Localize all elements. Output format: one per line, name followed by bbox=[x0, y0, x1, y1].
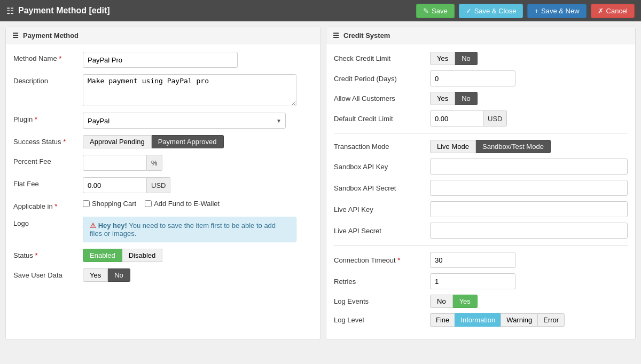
sandbox-api-secret-input[interactable] bbox=[430, 180, 628, 196]
shopping-cart-checkbox[interactable] bbox=[83, 200, 90, 207]
connection-timeout-input[interactable] bbox=[430, 252, 515, 268]
sandbox-api-key-label: Sandbox API Key bbox=[334, 163, 430, 171]
save-user-data-no-btn[interactable]: No bbox=[108, 268, 130, 282]
default-credit-limit-label: Default Credit Limit bbox=[334, 115, 430, 123]
method-name-group: Method Name * bbox=[13, 52, 312, 68]
check-credit-limit-field: Yes No bbox=[430, 52, 628, 65]
log-events-no-btn[interactable]: No bbox=[430, 295, 453, 308]
left-panel-body: Method Name * Description Make payment u… bbox=[6, 44, 320, 296]
logo-label: Logo bbox=[13, 217, 83, 227]
percent-fee-input-group: % bbox=[83, 155, 162, 171]
method-name-input[interactable] bbox=[83, 52, 238, 68]
status-disabled-btn[interactable]: Disabled bbox=[122, 249, 163, 262]
usd-addon: USD bbox=[147, 177, 170, 193]
description-input[interactable]: Make payment using PayPal pro bbox=[83, 74, 296, 106]
approval-pending-btn[interactable]: Approval Pending bbox=[83, 135, 152, 148]
cancel-button[interactable]: ✗ Cancel bbox=[591, 4, 635, 18]
left-panel: ☰ Payment Method Method Name * Descripti… bbox=[5, 27, 320, 340]
live-api-secret-label: Live API Secret bbox=[334, 227, 430, 235]
description-group: Description Make payment using PayPal pr… bbox=[13, 74, 312, 106]
transaction-mode-group: Transaction Mode Live Mode Sandbox/Test … bbox=[334, 140, 628, 153]
retries-label: Retries bbox=[334, 278, 430, 286]
log-level-field: Fine Information Warning Error bbox=[430, 313, 628, 327]
sandbox-api-secret-field bbox=[430, 180, 628, 196]
live-mode-btn[interactable]: Live Mode bbox=[430, 140, 476, 153]
check-credit-limit-toggle: Yes No bbox=[430, 52, 478, 65]
percent-fee-input[interactable] bbox=[83, 155, 147, 171]
required-indicator: * bbox=[397, 256, 400, 264]
log-level-error-btn[interactable]: Error bbox=[537, 313, 565, 327]
flat-fee-input[interactable] bbox=[83, 177, 147, 193]
success-status-label: Success Status * bbox=[13, 135, 83, 146]
sandbox-api-key-input[interactable] bbox=[430, 159, 628, 175]
sandbox-mode-btn[interactable]: Sandbox/Test Mode bbox=[476, 140, 551, 153]
transaction-mode-toggle: Live Mode Sandbox/Test Mode bbox=[430, 140, 551, 153]
retries-field bbox=[430, 273, 628, 289]
retries-input[interactable] bbox=[430, 273, 515, 289]
sandbox-api-key-field bbox=[430, 159, 628, 175]
log-level-label: Log Level bbox=[334, 316, 430, 324]
log-level-information-btn[interactable]: Information bbox=[455, 313, 501, 327]
default-credit-input[interactable] bbox=[430, 110, 483, 126]
live-api-secret-group: Live API Secret bbox=[334, 223, 628, 239]
allow-customers-yes-btn[interactable]: Yes bbox=[430, 92, 455, 105]
save-icon: ✎ bbox=[423, 7, 429, 15]
add-fund-checkbox[interactable] bbox=[145, 200, 152, 207]
allow-all-customers-label: Allow All Customers bbox=[334, 94, 430, 102]
log-events-toggle: No Yes bbox=[430, 295, 478, 308]
default-credit-limit-field: USD bbox=[430, 110, 628, 126]
credit-period-label: Credit Period (Days) bbox=[334, 75, 430, 83]
status-label: Status * bbox=[13, 249, 83, 259]
required-indicator: * bbox=[35, 251, 37, 259]
save-button[interactable]: ✎ Save bbox=[416, 4, 455, 18]
allow-customers-no-btn[interactable]: No bbox=[455, 92, 478, 105]
credit-period-group: Credit Period (Days) bbox=[334, 70, 628, 86]
left-panel-header: ☰ Payment Method bbox=[6, 27, 320, 44]
warning-icon: ⚠ bbox=[90, 221, 98, 230]
flat-fee-input-group: USD bbox=[83, 177, 170, 193]
plus-icon: + bbox=[534, 7, 538, 15]
sandbox-api-key-group: Sandbox API Key bbox=[334, 159, 628, 175]
live-api-secret-field bbox=[430, 223, 628, 239]
logo-alert: ⚠ Hey hey! You need to save the item fir… bbox=[83, 217, 296, 242]
save-user-data-toggle: Yes No bbox=[83, 268, 130, 282]
required-indicator: * bbox=[59, 54, 61, 62]
top-bar: ☷ Payment Method [edit] ✎ Save ✓ Save & … bbox=[0, 0, 641, 21]
log-level-toggle: Fine Information Warning Error bbox=[430, 313, 565, 327]
status-group: Status * Enabled Disabled bbox=[13, 249, 312, 262]
save-new-button[interactable]: + Save & New bbox=[527, 4, 586, 18]
status-enabled-btn[interactable]: Enabled bbox=[83, 249, 122, 262]
flat-fee-group: Flat Fee USD bbox=[13, 177, 312, 193]
allow-all-customers-toggle: Yes No bbox=[430, 92, 478, 105]
success-status-toggle: Approval Pending Payment Approved bbox=[83, 135, 224, 148]
save-user-data-group: Save User Data Yes No bbox=[13, 268, 312, 282]
percent-fee-label: Percent Fee bbox=[13, 155, 83, 165]
live-api-secret-input[interactable] bbox=[430, 223, 628, 239]
check-credit-no-btn[interactable]: No bbox=[455, 52, 478, 65]
check-credit-yes-btn[interactable]: Yes bbox=[430, 52, 455, 65]
section-divider-1 bbox=[334, 133, 628, 133]
save-user-data-label: Save User Data bbox=[13, 268, 83, 279]
check-credit-limit-group: Check Credit Limit Yes No bbox=[334, 52, 628, 65]
save-close-button[interactable]: ✓ Save & Close bbox=[459, 4, 523, 18]
percent-addon: % bbox=[147, 155, 162, 171]
page-icon: ☷ bbox=[6, 6, 14, 16]
default-credit-limit-group: Default Credit Limit USD bbox=[334, 110, 628, 126]
shopping-cart-checkbox-label[interactable]: Shopping Cart bbox=[83, 200, 136, 208]
right-panel-body: Check Credit Limit Yes No Credit Period … bbox=[326, 44, 635, 339]
log-level-warning-btn[interactable]: Warning bbox=[501, 313, 537, 327]
add-fund-checkbox-label[interactable]: Add Fund to E-Wallet bbox=[145, 200, 220, 208]
payment-approved-btn[interactable]: Payment Approved bbox=[152, 135, 224, 148]
description-label: Description bbox=[13, 74, 83, 85]
method-name-label: Method Name * bbox=[13, 52, 83, 62]
sandbox-api-secret-group: Sandbox API Secret bbox=[334, 180, 628, 196]
log-level-fine-btn[interactable]: Fine bbox=[430, 313, 455, 327]
right-panel: ☰ Credit System Check Credit Limit Yes N… bbox=[326, 27, 636, 340]
save-user-data-yes-btn[interactable]: Yes bbox=[83, 268, 108, 282]
credit-period-input[interactable] bbox=[430, 70, 515, 86]
required-indicator: * bbox=[35, 115, 37, 123]
log-events-yes-btn[interactable]: Yes bbox=[453, 295, 478, 308]
live-api-key-input[interactable] bbox=[430, 201, 628, 217]
logo-group: Logo ⚠ Hey hey! You need to save the ite… bbox=[13, 217, 312, 242]
plugin-select[interactable]: PayPal bbox=[83, 113, 286, 129]
